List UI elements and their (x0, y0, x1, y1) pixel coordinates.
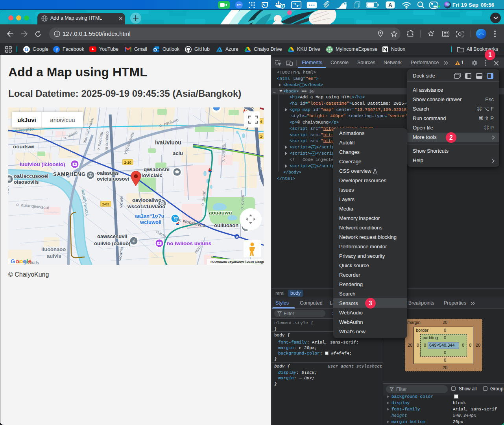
svg-text:aouauwu: aouauwu (209, 210, 232, 216)
svg-text:wciuwoii: wciuwoii (140, 219, 161, 225)
svg-text:SAMPHENG: SAMPHENG (53, 171, 86, 177)
svg-text:no iwiioos uviuns: no iwiioos uviuns (167, 240, 211, 246)
svg-text:2-03: 2-03 (102, 202, 109, 206)
svg-text:iiuoonaoo: iiuoonaoo (41, 246, 66, 252)
svg-text:A: A (388, 2, 392, 8)
svg-text:o: o (16, 258, 19, 264)
svg-text:ॐ: ॐ (132, 239, 135, 243)
svg-text:viowei: viowei (118, 196, 124, 208)
svg-text:1-: 1- (260, 135, 263, 139)
svg-text:anoivicuu: anoivicuu (50, 116, 75, 123)
svg-text:ukJuvi: ukJuvi (17, 116, 36, 123)
svg-text:2-10: 2-10 (124, 161, 131, 164)
svg-text:aciu: aciu (173, 150, 183, 156)
svg-text:ouiivio (oaiiuo): ouiivio (oaiiuo) (94, 240, 130, 246)
svg-text:g: g (23, 258, 27, 264)
svg-text:wsco1s1uviaoo: wsco1s1uviaoo (127, 203, 165, 209)
svg-text:ooudswi: ooudswi (13, 144, 35, 150)
svg-text:oiaosoviis: oiaosoviis (14, 179, 39, 185)
svg-text:qwiaonsni: qwiaonsni (144, 166, 170, 172)
svg-text:voowiia: voowiia (258, 157, 264, 170)
svg-text:oaviooailwo: oaviooailwo (132, 197, 161, 203)
svg-text:ouiiuoaon: ouiiuoaon (214, 222, 238, 228)
svg-text:!: ! (282, 4, 283, 8)
svg-text:4: 4 (260, 120, 262, 124)
svg-text:o: o (19, 258, 23, 264)
svg-text:G: G (11, 258, 15, 264)
svg-text:aulvis: aulvis (47, 253, 61, 259)
svg-text:oawscesuvii: oawscesuvii (97, 233, 127, 239)
svg-text:ovicisiuosovi: ovicisiuosovi (97, 176, 129, 182)
svg-text:M: M (236, 235, 238, 239)
svg-text:oaUsccusooei: oaUsccusooei (14, 173, 48, 179)
svg-text:G: G (25, 46, 28, 52)
svg-text:zm: zm (236, 3, 241, 7)
svg-text:ivaUviuou: ivaUviuou (155, 139, 181, 146)
svg-text:luuiviou (icioosio): luuiviou (icioosio) (20, 161, 65, 167)
svg-text:e: e (28, 258, 31, 264)
svg-text:iiUuwuwaa uoyaiiwuvi ©2025 Go: iiUuwuwaa uoyaiiwuvi ©2025 Google uonviu… (210, 260, 264, 264)
svg-text:aa1an“1o?u: aa1an“1o?u (135, 213, 164, 219)
svg-text:oalasuas: oalasuas (97, 170, 119, 176)
